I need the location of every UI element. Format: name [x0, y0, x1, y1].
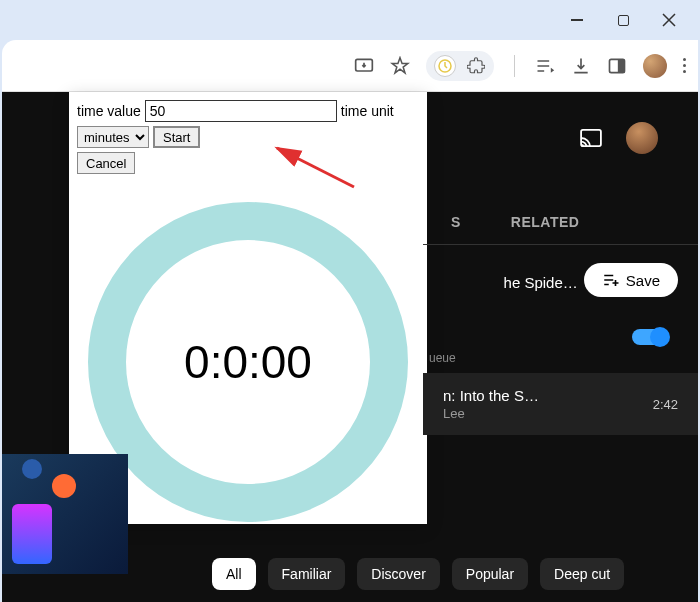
timer-extension-icon[interactable] — [434, 55, 456, 77]
page-content: time value time unit minutes Start Cance… — [2, 92, 698, 602]
side-panel-icon[interactable] — [607, 56, 627, 76]
browser-toolbar — [2, 40, 698, 92]
track-row[interactable]: n: Into the S… Lee 2:42 — [423, 373, 698, 435]
start-button[interactable]: Start — [153, 126, 200, 148]
chip-all[interactable]: All — [212, 558, 256, 590]
media-control-icon[interactable] — [535, 56, 555, 76]
cancel-button[interactable]: Cancel — [77, 152, 135, 174]
profile-avatar[interactable] — [643, 54, 667, 78]
save-button[interactable]: Save — [584, 263, 678, 297]
tab-related[interactable]: RELATED — [511, 214, 580, 230]
svg-rect-3 — [618, 59, 625, 72]
svg-line-4 — [277, 148, 354, 187]
svg-point-6 — [581, 144, 584, 147]
maximize-button[interactable] — [616, 13, 630, 27]
account-avatar[interactable] — [626, 122, 658, 154]
install-app-icon[interactable] — [354, 56, 374, 76]
menu-kebab-icon[interactable] — [683, 58, 686, 73]
track-artist: Lee — [443, 406, 539, 421]
chip-discover[interactable]: Discover — [357, 558, 439, 590]
autoplay-toggle[interactable] — [632, 329, 668, 345]
window-titlebar — [0, 0, 700, 40]
timer-ring: 0:0:00 — [88, 202, 408, 522]
time-unit-label: time unit — [341, 103, 394, 119]
annotation-arrow — [269, 142, 359, 192]
chip-popular[interactable]: Popular — [452, 558, 528, 590]
track-duration: 2:42 — [653, 397, 678, 412]
track-title: n: Into the S… — [443, 387, 539, 404]
time-value-label: time value — [77, 103, 141, 119]
chip-deep-cuts[interactable]: Deep cut — [540, 558, 624, 590]
bookmark-star-icon[interactable] — [390, 56, 410, 76]
extensions-puzzle-icon[interactable] — [466, 56, 486, 76]
close-button[interactable] — [662, 13, 676, 27]
time-value-input[interactable] — [145, 100, 337, 122]
downloads-icon[interactable] — [571, 56, 591, 76]
filter-chips: All Familiar Discover Popular Deep cut — [212, 558, 624, 590]
extension-pill — [426, 51, 494, 81]
playlist-add-icon — [602, 271, 620, 289]
video-title-partial: he Spide… — [504, 270, 578, 291]
chip-familiar[interactable]: Familiar — [268, 558, 346, 590]
time-unit-select[interactable]: minutes — [77, 126, 149, 148]
tab-partial[interactable]: S — [451, 214, 461, 230]
minimize-button[interactable] — [570, 13, 584, 27]
video-thumbnail[interactable] — [2, 454, 128, 574]
queue-label-partial: ueue — [423, 351, 698, 365]
timer-display: 0:0:00 — [184, 335, 312, 389]
cast-icon[interactable] — [580, 129, 602, 147]
